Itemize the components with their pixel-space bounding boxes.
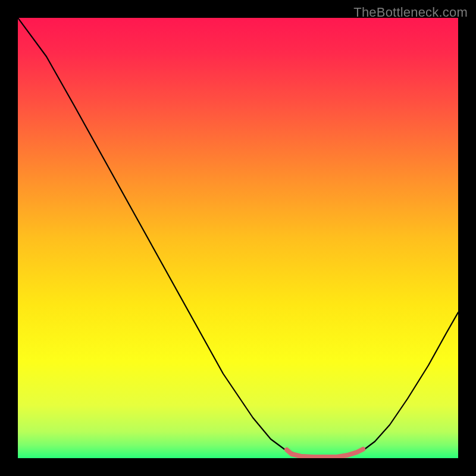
chart-svg	[18, 18, 458, 458]
chart-background	[18, 18, 458, 458]
watermark-text: TheBottleneck.com	[353, 5, 468, 20]
chart-plot	[18, 18, 458, 458]
